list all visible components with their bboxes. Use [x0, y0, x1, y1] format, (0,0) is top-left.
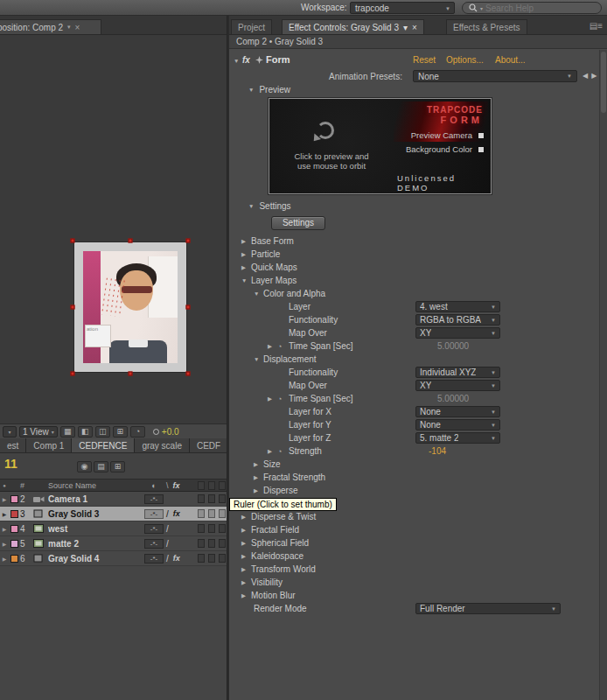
layer-switches[interactable]: -*- [142, 539, 166, 549]
layer-for-z-dropdown[interactable]: 5. matte 2▼ [415, 432, 500, 444]
layer-name[interactable]: Camera 1 [48, 494, 142, 504]
animation-presets-dropdown[interactable]: None ▼ [413, 70, 577, 82]
grid-guides-button[interactable]: ▦ [60, 426, 75, 438]
layer-name[interactable]: Gray Solid 4 [48, 554, 142, 564]
twirl-right-icon[interactable]: ▶ [241, 251, 251, 258]
twirl-right-icon[interactable]: ▶ [241, 238, 251, 245]
switch-box[interactable] [198, 539, 205, 548]
selection-handle[interactable] [129, 372, 133, 376]
functionality-dropdown[interactable]: Individual XYZ▼ [415, 367, 500, 378]
effect-name[interactable]: Form [266, 54, 290, 65]
twirl-right-icon[interactable]: ▶ [241, 540, 251, 547]
twirl-down-icon[interactable]: ▼ [254, 356, 263, 362]
twirl-right-icon[interactable]: ▶ [241, 553, 251, 560]
magnification-select[interactable]: ▾ [3, 426, 17, 438]
close-icon[interactable]: × [75, 23, 80, 32]
twirl-right-icon[interactable]: ▶ [241, 264, 251, 271]
layer-row-gray-solid-3[interactable]: ▶3Gray Solid 3-*-/fx [0, 507, 227, 522]
selection-handle[interactable] [186, 372, 191, 376]
twirl-down-icon[interactable]: ▼ [234, 58, 239, 64]
layer-name[interactable]: matte 2 [48, 539, 142, 549]
preview-camera-checkbox[interactable] [478, 132, 485, 139]
twirl-right-icon[interactable]: ▶ [268, 448, 277, 455]
comp-tab-est[interactable]: est [0, 438, 26, 452]
layer-twirl-icon[interactable]: ▶ [0, 511, 9, 517]
settings-group-row[interactable]: ▼ Settings [248, 201, 291, 211]
layer-dropdown[interactable]: 4. west▼ [415, 301, 500, 312]
switch-box[interactable] [198, 524, 205, 533]
layer-label-chip[interactable] [9, 510, 20, 518]
twirl-down-icon[interactable]: ▼ [254, 290, 263, 297]
snapshot-button[interactable]: ⊞ [113, 426, 128, 438]
layer-label-chip[interactable] [9, 555, 20, 563]
switch-box[interactable] [219, 509, 226, 518]
layer-switches[interactable]: -*- [142, 554, 166, 564]
render-mode-dropdown[interactable]: Full Render▼ [415, 603, 561, 614]
about-link[interactable]: About... [495, 55, 525, 65]
search-help-box[interactable]: ▾ [462, 2, 602, 14]
layer-switches[interactable]: -*- [142, 494, 166, 504]
twirl-right-icon[interactable]: ▶ [254, 487, 263, 494]
close-icon[interactable]: × [412, 23, 417, 32]
layer-switches[interactable]: -*- [142, 509, 166, 519]
strength-value[interactable]: -104 [429, 446, 446, 456]
twirl-down-icon[interactable]: ▼ [248, 203, 254, 209]
tab-composition-comp-2[interactable]: position: Comp 2 ▾ × [0, 19, 101, 34]
channels-button[interactable]: ◔ [130, 426, 145, 438]
switch-box[interactable] [198, 494, 205, 503]
view-layout-select[interactable]: 1 View ▾ [19, 426, 58, 438]
draft-3d-icon[interactable]: ▤ [94, 461, 108, 472]
composition-viewer[interactable]: ation [0, 35, 227, 424]
switch-box[interactable] [219, 554, 226, 563]
twirl-down-icon[interactable]: ▼ [241, 277, 251, 284]
chevron-down-icon[interactable]: ▾ [67, 24, 71, 31]
switch-box[interactable] [208, 554, 215, 563]
exposure-control[interactable]: +0.0 [153, 427, 179, 437]
functionality-dropdown[interactable]: RGBA to RGBA▼ [415, 314, 500, 326]
layer-row-gray-solid-4[interactable]: ▶6Gray Solid 4-*-/fx [0, 551, 227, 566]
preview-group-row[interactable]: ▼ Preview [248, 85, 290, 94]
current-time-display[interactable]: 11 [4, 457, 17, 471]
layer-label-chip[interactable] [9, 495, 20, 503]
switch-box[interactable] [198, 554, 205, 563]
switch-box[interactable] [198, 509, 205, 518]
chevron-down-icon[interactable]: ▾ [403, 23, 408, 32]
region-of-interest-button[interactable]: ◫ [95, 426, 110, 438]
mask-visibility-button[interactable]: ◧ [78, 426, 93, 438]
switch-box[interactable] [208, 539, 215, 548]
twirl-right-icon[interactable]: ▶ [254, 474, 263, 481]
layer-label-chip[interactable] [9, 525, 20, 533]
stopwatch-icon[interactable]: ◔ [277, 342, 289, 351]
scrollbar-thumb[interactable] [601, 52, 606, 113]
switch-box[interactable] [208, 494, 215, 503]
layer-twirl-icon[interactable]: ▶ [0, 556, 9, 562]
map-over-dropdown[interactable]: XY▼ [415, 380, 500, 391]
twirl-right-icon[interactable]: ▶ [241, 566, 251, 573]
comp-tab-comp-1[interactable]: Comp 1 [26, 438, 72, 452]
twirl-right-icon[interactable]: ▶ [241, 592, 251, 599]
vertical-scrollbar[interactable] [599, 50, 607, 700]
layer-twirl-icon[interactable]: ▶ [0, 526, 9, 532]
comp-tab-cedf[interactable]: CEDF [190, 438, 227, 452]
frame-blending-icon[interactable]: ⊞ [110, 461, 125, 472]
column-source-name[interactable]: Source Name [48, 481, 142, 490]
quality-icon[interactable]: / [166, 509, 169, 519]
tab-project[interactable]: Project [231, 19, 272, 34]
tab-effect-controls[interactable]: Effect Controls: Gray Solid 3 ▾ × [282, 19, 424, 34]
stopwatch-icon[interactable]: ◔ [277, 395, 289, 403]
twirl-right-icon[interactable]: ▶ [268, 343, 277, 350]
twirl-right-icon[interactable]: ▶ [268, 396, 277, 402]
quality-icon[interactable]: / [166, 554, 169, 564]
layer-name[interactable]: Gray Solid 3 [48, 509, 142, 519]
layer-twirl-icon[interactable]: ▶ [0, 496, 9, 502]
layer-for-y-dropdown[interactable]: None▼ [415, 419, 500, 430]
composition-mini-flowchart-icon[interactable]: ◉ [77, 461, 92, 472]
twirl-right-icon[interactable]: ▶ [241, 514, 251, 521]
twirl-right-icon[interactable]: ▶ [241, 579, 251, 586]
layer-image[interactable]: ation [74, 242, 186, 372]
switch-box[interactable] [219, 539, 226, 548]
layer-switches[interactable]: -*- [142, 524, 166, 534]
workspace-select[interactable]: trapcode ▼ [350, 2, 455, 14]
selection-handle[interactable] [186, 305, 191, 310]
layer-name[interactable]: west [48, 524, 142, 534]
